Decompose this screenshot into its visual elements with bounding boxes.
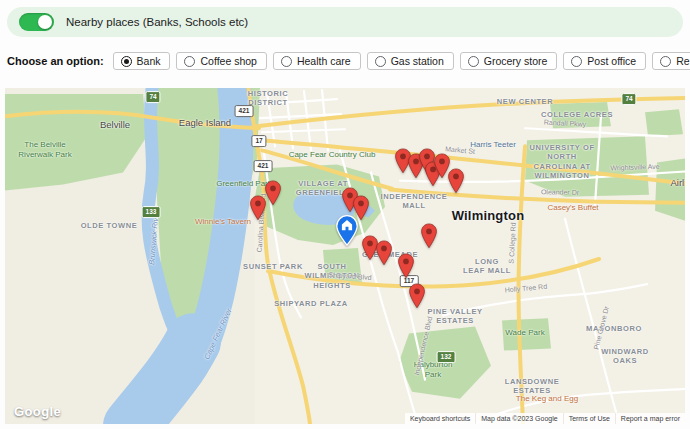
route-shield-74: 74: [145, 91, 160, 103]
nearby-toggle-label: Nearby places (Banks, Schools etc): [66, 16, 248, 28]
radio-icon: [375, 56, 386, 67]
attribution-map-data-2023-google: Map data ©2023 Google: [475, 413, 562, 424]
option-label: Gas station: [391, 55, 444, 67]
attribution-keyboard-shortcuts[interactable]: Keyboard shortcuts: [405, 413, 475, 424]
map-attribution: Keyboard shortcutsMap data ©2023 GoogleT…: [405, 413, 685, 424]
route-shield-421: 421: [235, 105, 254, 117]
option-label: Grocery store: [484, 55, 548, 67]
attribution-terms-of-use[interactable]: Terms of Use: [563, 413, 615, 424]
option-label: Restaurant: [676, 55, 690, 67]
bank-marker-11[interactable]: [421, 223, 438, 249]
map-canvas[interactable]: HISTORIC DISTRICTNEW CENTERCOLLEGE ACRES…: [5, 88, 685, 424]
radio-icon: [468, 56, 479, 67]
option-grocery-store[interactable]: Grocery store: [460, 52, 558, 70]
bank-marker-13[interactable]: [376, 240, 393, 266]
option-gas-station[interactable]: Gas station: [367, 52, 454, 70]
toggle-thumb: [38, 15, 52, 29]
route-shield-421: 421: [254, 160, 273, 172]
route-shield-74: 74: [621, 93, 636, 105]
home-marker[interactable]: [336, 215, 358, 246]
option-label: Bank: [137, 55, 161, 67]
map-base-tiles: [5, 88, 685, 424]
option-label: Post office: [587, 55, 636, 67]
bank-marker-2[interactable]: [250, 195, 267, 221]
bank-marker-1[interactable]: [265, 180, 282, 206]
bank-marker-15[interactable]: [409, 283, 426, 309]
option-coffee-shop[interactable]: Coffee shop: [176, 52, 266, 70]
option-restaurant[interactable]: Restaurant: [652, 52, 690, 70]
option-post-office[interactable]: Post office: [563, 52, 646, 70]
options-row: Choose an option: BankCoffee shopHealth …: [7, 52, 683, 70]
option-bank[interactable]: Bank: [113, 52, 171, 70]
option-label: Health care: [297, 55, 351, 67]
radio-icon: [184, 56, 195, 67]
attribution-report-a-map-error[interactable]: Report a map error: [615, 413, 685, 424]
option-health-care[interactable]: Health care: [273, 52, 361, 70]
bank-marker-14[interactable]: [398, 253, 415, 279]
bank-marker-10[interactable]: [448, 168, 465, 194]
radio-icon: [121, 56, 132, 67]
radio-icon: [660, 56, 671, 67]
google-logo[interactable]: Google: [14, 404, 61, 419]
nearby-toggle[interactable]: [19, 13, 54, 31]
radio-icon: [281, 56, 292, 67]
route-shield-132: 132: [437, 351, 456, 363]
options-group: BankCoffee shopHealth careGas stationGro…: [113, 52, 690, 70]
option-label: Coffee shop: [200, 55, 256, 67]
route-shield-17: 17: [251, 135, 266, 147]
route-shield-133: 133: [142, 206, 161, 218]
options-label: Choose an option:: [7, 55, 104, 67]
nearby-places-widget: Nearby places (Banks, Schools etc) Choos…: [0, 7, 690, 424]
nearby-toggle-banner: Nearby places (Banks, Schools etc): [7, 7, 683, 37]
radio-icon: [571, 56, 582, 67]
